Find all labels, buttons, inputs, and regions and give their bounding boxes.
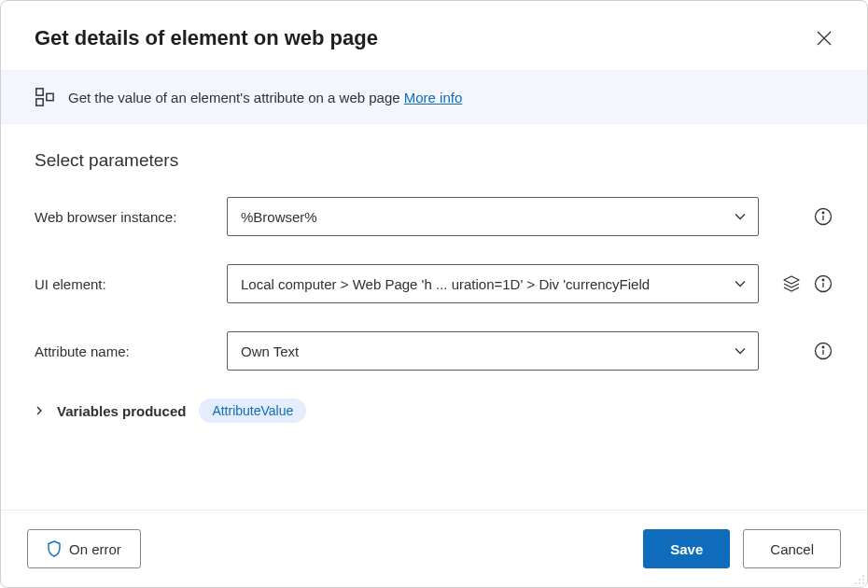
info-banner: Get the value of an element's attribute … <box>1 70 867 124</box>
footer: On error Save Cancel <box>1 510 867 587</box>
info-icon <box>814 274 833 293</box>
ui-element-picker-button[interactable] <box>781 273 802 294</box>
chevron-down-icon <box>734 344 747 357</box>
browser-instance-select[interactable]: %Browser% <box>227 197 759 236</box>
content: Select parameters Web browser instance: … <box>1 124 867 510</box>
variables-produced-label: Variables produced <box>57 403 186 419</box>
svg-rect-3 <box>36 99 43 105</box>
attribute-info-button[interactable] <box>813 341 833 361</box>
svg-point-17 <box>862 579 864 581</box>
footer-right: Save Cancel <box>643 529 841 568</box>
svg-point-20 <box>862 582 864 584</box>
cancel-button[interactable]: Cancel <box>743 529 841 568</box>
chevron-down-icon <box>734 210 747 223</box>
svg-point-7 <box>822 212 824 214</box>
svg-rect-4 <box>47 93 53 100</box>
close-icon <box>817 31 832 46</box>
resize-grip-icon[interactable] <box>852 572 865 585</box>
browser-info-button[interactable] <box>813 206 833 227</box>
attribute-name-value: Own Text <box>241 343 299 359</box>
save-button[interactable]: Save <box>643 529 730 568</box>
field-actions <box>774 273 833 294</box>
svg-point-11 <box>822 279 824 281</box>
on-error-button[interactable]: On error <box>27 529 141 568</box>
svg-point-14 <box>822 346 824 348</box>
chevron-right-icon[interactable] <box>35 406 44 415</box>
variable-badge[interactable]: AttributeValue <box>199 399 306 423</box>
attribute-name-select[interactable]: Own Text <box>227 331 759 371</box>
field-attribute-label: Attribute name: <box>35 343 212 359</box>
svg-marker-8 <box>784 276 799 284</box>
info-icon <box>814 207 833 226</box>
field-browser-row: Web browser instance: %Browser% <box>35 197 833 236</box>
ui-element-value: Local computer > Web Page 'h ... uration… <box>241 276 650 292</box>
browser-instance-value: %Browser% <box>241 209 317 225</box>
variables-produced-row: Variables produced AttributeValue <box>35 399 833 423</box>
info-icon <box>814 342 833 360</box>
chevron-down-icon <box>734 277 747 290</box>
element-icon <box>35 87 55 107</box>
banner-text-container: Get the value of an element's attribute … <box>68 90 462 105</box>
field-uielement-row: UI element: Local computer > Web Page 'h… <box>35 264 833 303</box>
field-actions <box>774 341 833 361</box>
field-browser-label: Web browser instance: <box>35 209 212 225</box>
svg-point-16 <box>859 579 861 581</box>
field-attribute-row: Attribute name: Own Text <box>35 331 833 371</box>
dialog-title: Get details of element on web page <box>35 26 378 50</box>
svg-point-18 <box>855 582 857 584</box>
layers-icon <box>782 274 801 293</box>
svg-point-15 <box>862 575 864 577</box>
svg-rect-2 <box>36 89 43 95</box>
shield-icon <box>47 540 62 557</box>
dialog: Get details of element on web page Get t… <box>0 0 868 588</box>
header: Get details of element on web page <box>1 1 867 70</box>
section-heading: Select parameters <box>35 150 833 171</box>
svg-point-19 <box>859 582 861 584</box>
field-uielement-label: UI element: <box>35 276 212 292</box>
on-error-label: On error <box>69 541 121 557</box>
field-actions <box>774 206 833 227</box>
more-info-link[interactable]: More info <box>404 90 463 105</box>
banner-text: Get the value of an element's attribute … <box>68 90 404 105</box>
uielement-info-button[interactable] <box>813 273 833 294</box>
close-button[interactable] <box>809 23 839 53</box>
ui-element-select[interactable]: Local computer > Web Page 'h ... uration… <box>227 264 759 303</box>
